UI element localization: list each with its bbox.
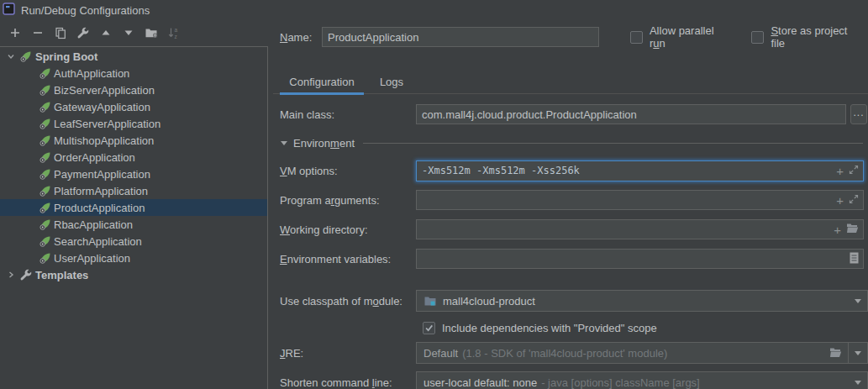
tree-node-label: SearchApplication	[54, 235, 142, 248]
section-divider	[363, 143, 863, 144]
program-arguments-label: Program arguments:	[280, 194, 416, 207]
spring-boot-icon	[39, 117, 52, 130]
dialog-icon	[3, 3, 15, 18]
spring-boot-icon	[39, 184, 52, 197]
allow-parallel-run-checkbox[interactable]	[630, 31, 643, 44]
main-class-field[interactable]: com.mall4j.cloud.product.ProductApplicat…	[416, 104, 846, 124]
tree-node-label: GatewayApplication	[54, 101, 150, 113]
spring-boot-icon	[39, 66, 52, 80]
add-button[interactable]	[3, 25, 26, 44]
classpath-module-label: Use classpath of module:	[280, 295, 416, 308]
tree-node-platform-application[interactable]: PlatformApplication	[0, 182, 267, 199]
main-class-label: Main class:	[280, 108, 416, 121]
jre-label: JRE:	[280, 347, 416, 360]
remove-button[interactable]	[26, 25, 49, 44]
name-label: Name:	[280, 31, 322, 44]
tree-node-rbac-application[interactable]: RbacApplication	[0, 216, 267, 233]
program-arguments-field[interactable]: +	[416, 190, 864, 210]
environment-section-header[interactable]: Environment	[280, 134, 863, 151]
new-folder-button[interactable]	[139, 25, 162, 44]
browse-jre-folder-icon[interactable]	[829, 347, 842, 360]
add-option-icon[interactable]: +	[836, 165, 844, 177]
spring-boot-icon	[39, 218, 52, 231]
browse-folder-icon[interactable]	[846, 223, 859, 236]
edit-button[interactable]	[71, 25, 94, 44]
arrow-down-icon	[123, 27, 134, 41]
combo-dropdown-arrow[interactable]	[849, 372, 867, 389]
store-as-project-file-option[interactable]: Store as project file	[751, 24, 863, 50]
chevron-right-icon[interactable]	[5, 269, 17, 281]
configuration-form: Name: Allow parallel run Store as projec…	[273, 0, 868, 389]
expand-field-icon[interactable]	[849, 165, 859, 177]
tree-node-label: BizServerApplication	[54, 84, 155, 97]
chevron-down-icon[interactable]	[5, 50, 17, 62]
combo-dropdown-arrow[interactable]	[849, 343, 867, 363]
browse-variables-icon[interactable]	[850, 252, 859, 266]
vm-options-field[interactable]: -Xms512m -Xms512m -Xss256k +	[416, 160, 864, 181]
tree-node-label: MultishopApplication	[54, 134, 154, 147]
jre-combobox[interactable]: Default (1.8 - SDK of 'mall4cloud-produc…	[416, 342, 868, 364]
svg-text:z: z	[174, 34, 176, 39]
tree-node-product-application-selected[interactable]: ProductApplication	[0, 199, 267, 216]
environment-variables-label: Environment variables:	[280, 253, 416, 265]
configurations-tree: Spring Boot AuthApplication BizServerApp…	[0, 46, 268, 389]
environment-header-label: Environment	[293, 137, 355, 150]
move-up-button[interactable]	[94, 25, 117, 44]
folder-plus-icon	[145, 26, 158, 42]
tree-node-leafserver-application[interactable]: LeafServerApplication	[0, 115, 267, 132]
dialog-title: Run/Debug Configurations	[21, 4, 150, 17]
tree-node-user-application[interactable]: UserApplication	[0, 250, 267, 266]
include-provided-label: Include dependencies with "Provided" sco…	[442, 322, 657, 334]
collapse-triangle-icon[interactable]	[280, 137, 288, 150]
vm-options-label: VM options:	[280, 165, 416, 177]
arrow-up-icon	[100, 27, 112, 41]
spring-boot-icon	[39, 83, 52, 97]
tree-node-bizserver-application[interactable]: BizServerApplication	[0, 81, 267, 98]
include-provided-option[interactable]: Include dependencies with "Provided" sco…	[423, 319, 657, 336]
tree-node-label: AuthApplication	[54, 67, 129, 80]
sort-az-icon: az	[167, 26, 181, 42]
tree-node-label: PlatformApplication	[54, 185, 148, 197]
tree-node-payment-application[interactable]: PaymentApplication	[0, 166, 267, 182]
wrench-icon	[76, 26, 90, 42]
tree-toolbar: az	[0, 23, 267, 45]
classpath-module-combobox[interactable]: mall4cloud-product	[416, 290, 868, 312]
tree-node-order-application[interactable]: OrderApplication	[0, 149, 267, 166]
tree-node-templates[interactable]: Templates	[0, 266, 267, 283]
store-as-project-file-checkbox[interactable]	[751, 31, 764, 44]
add-option-icon[interactable]: +	[834, 223, 841, 236]
spring-boot-icon	[39, 167, 52, 181]
tree-node-spring-boot[interactable]: Spring Boot	[0, 48, 267, 65]
tree-node-label: Templates	[35, 269, 88, 281]
name-input[interactable]	[322, 27, 599, 47]
spring-boot-icon	[39, 234, 52, 248]
expand-field-icon[interactable]	[849, 194, 859, 207]
spring-boot-icon	[39, 134, 52, 147]
tree-node-label: RbacApplication	[54, 218, 133, 231]
add-option-icon[interactable]: +	[836, 194, 844, 207]
tree-node-gateway-application[interactable]: GatewayApplication	[0, 98, 267, 115]
tree-node-auth-application[interactable]: AuthApplication	[0, 65, 267, 81]
module-icon	[423, 294, 437, 308]
tree-node-search-application[interactable]: SearchApplication	[0, 233, 267, 250]
tab-configuration[interactable]: Configuration	[280, 71, 364, 93]
tree-node-label: OrderApplication	[54, 151, 135, 164]
shorten-command-line-combobox[interactable]: user-local default: none - java [options…	[416, 371, 868, 389]
sort-alphabetically-button[interactable]: az	[162, 25, 185, 44]
allow-parallel-run-option[interactable]: Allow parallel run	[630, 24, 731, 50]
environment-variables-field[interactable]	[416, 249, 864, 269]
plus-icon	[8, 26, 22, 42]
config-tabs: Configuration Logs	[273, 71, 868, 94]
tree-node-multishop-application[interactable]: MultishopApplication	[0, 132, 267, 149]
tree-node-label: ProductApplication	[54, 202, 145, 214]
combo-dropdown-arrow[interactable]	[849, 291, 867, 311]
spring-boot-icon	[39, 150, 52, 164]
tab-logs[interactable]: Logs	[372, 71, 411, 93]
spring-boot-icon	[39, 251, 52, 265]
move-down-button[interactable]	[117, 25, 139, 44]
copy-button[interactable]	[49, 25, 71, 44]
include-provided-checkbox[interactable]	[423, 322, 435, 334]
minus-icon	[31, 26, 45, 42]
working-directory-field[interactable]: +	[416, 219, 864, 239]
main-class-browse-button[interactable]: ...	[850, 104, 867, 124]
